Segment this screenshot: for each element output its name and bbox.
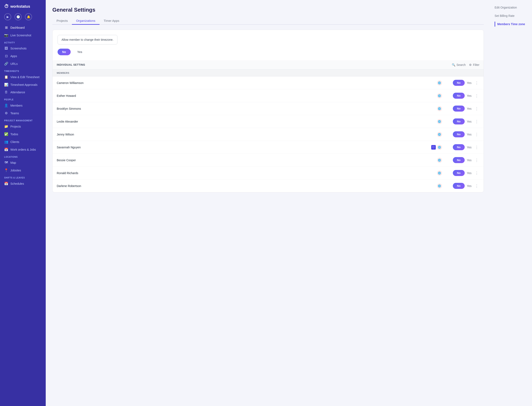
sidebar-item-urls[interactable]: 🔗 URLs [0,60,46,67]
logo-text: workstatus [10,4,30,9]
member-toggle: No Yes [453,157,472,163]
table-row: Bessie Cooper 🌐 No Yes ⋮ [53,154,484,167]
todos-icon: ✅ [4,132,8,136]
member-yes-label: Yes [467,120,472,123]
sidebar-item-label: View & Edit Timesheet [10,75,39,79]
sidebar-item-clients[interactable]: 👥 Clients [0,138,46,146]
more-options-button[interactable]: ⋮ [474,171,479,175]
clock-icon-btn[interactable]: 🕐 [15,13,22,20]
member-badges: 🌐 [437,106,442,111]
more-options-button[interactable]: ⋮ [474,184,479,188]
sidebar-item-label: Members [10,104,22,107]
sidebar-item-timesheet-approvals[interactable]: 📊 Timesheet Approvals [0,81,46,88]
sidebar-item-members[interactable]: 👤 Members [0,102,46,109]
member-toggle: No Yes [453,93,472,99]
member-yes-label: Yes [467,133,472,136]
members-list: Cameron Williamson 🌐 No Yes ⋮ Esther How… [53,76,484,192]
member-toggle: No Yes [453,144,472,150]
right-link-edit-org[interactable]: Edit Organization [495,5,528,10]
globe-badge: 🌐 [437,171,442,176]
sidebar-item-label: Screenshots [10,47,27,50]
teams-icon: ⚙ [4,111,8,115]
member-no-button[interactable]: No [453,144,465,150]
sidebar-item-jobsites[interactable]: 📍 Jobsites [0,167,46,174]
member-badges: 🌐 [437,132,442,137]
member-no-button[interactable]: No [453,131,465,137]
play-icon-btn[interactable]: ▶ [4,13,11,20]
sidebar-item-label: Jobsites [10,169,21,172]
globe-badge: 🌐 [437,132,442,137]
sidebar-item-label: Live Screenshot [10,34,31,37]
filter-button[interactable]: ⚙ Filter [469,63,479,66]
sidebar-item-todos[interactable]: ✅ Todos [0,130,46,138]
apps-icon: ⊡ [4,54,8,58]
table-row: Ronald Richards 🌐 No Yes ⋮ [53,167,484,180]
member-badges: 🌐 [437,93,442,98]
member-no-button[interactable]: No [453,170,465,176]
sidebar-item-label: Teams [10,112,19,115]
center-panel: General Settings Projects Organizations … [46,0,490,406]
tabs-row: Projects Organizations Timer Apps [52,17,484,25]
sidebar-item-attendance[interactable]: 🗓 Attendance [0,88,46,96]
member-yes-label: Yes [467,107,472,110]
bell-icon-btn[interactable]: 🔔 [25,13,32,20]
globe-badge: 🌐 [437,158,442,163]
filter-icon: ⚙ [469,63,472,66]
sidebar-item-label: Dashboard [10,26,25,29]
no-button[interactable]: No [58,49,71,55]
tab-organizations[interactable]: Organizations [72,17,100,25]
sidebar-item-dashboard[interactable]: ⊞ Dashboard [0,24,46,31]
sidebar-item-teams[interactable]: ⚙ Teams [0,109,46,117]
sidebar-item-label: Timesheet Approvals [10,83,37,87]
more-options-button[interactable]: ⋮ [474,132,479,137]
screenshots-icon: 🖼 [4,47,8,50]
logo[interactable]: ⏱ workstatus [0,0,46,12]
more-options-button[interactable]: ⋮ [474,145,479,150]
right-link-billing-rate[interactable]: Set Billing Rate [495,13,528,18]
schedules-icon: 📅 [4,181,8,186]
member-no-button[interactable]: No [453,183,465,189]
sidebar-item-map[interactable]: 🗺 Map [0,159,46,167]
sidebar-item-label: Clients [10,140,19,144]
more-options-button[interactable]: ⋮ [474,81,479,85]
sidebar-item-apps[interactable]: ⊡ Apps [0,52,46,60]
search-button[interactable]: 🔍 Search [452,63,466,66]
member-no-button[interactable]: No [453,80,465,86]
member-no-button[interactable]: No [453,93,465,99]
member-no-button[interactable]: No [453,157,465,163]
search-icon: 🔍 [452,63,455,66]
globe-badge: 🌐 [437,119,442,124]
sidebar-item-screenshots[interactable]: 🖼 Screenshots [0,45,46,52]
right-link-members-timezone[interactable]: Members Time zone [495,22,528,27]
sidebar-item-label: Projects [10,125,21,128]
sidebar-item-label: URLs [10,62,18,65]
quick-action-icons: ▶ 🕐 🔔 [0,12,46,24]
settings-card: Allow member to change their timezone. N… [52,30,484,192]
member-name: Brooklyn Simmons [57,107,435,110]
member-yes-label: Yes [467,159,472,162]
more-options-button[interactable]: ⋮ [474,119,479,124]
globe-badge: 🌐 [437,183,442,188]
more-options-button[interactable]: ⋮ [474,106,479,111]
member-no-button[interactable]: No [453,106,465,112]
more-options-button[interactable]: ⋮ [474,94,479,98]
member-badges: 🌐 [437,119,442,124]
member-toggle: No Yes [453,170,472,176]
tab-timer-apps[interactable]: Timer Apps [100,17,124,25]
table-row: Savannah Nguyen 🛡 🌐 No Yes ⋮ [53,141,484,154]
sidebar-item-view-edit-timesheet[interactable]: 📋 View & Edit Timesheet [0,73,46,81]
member-yes-label: Yes [467,81,472,85]
projects-icon: 📁 [4,124,8,128]
tab-projects[interactable]: Projects [52,17,72,25]
sidebar-item-projects[interactable]: 📁 Projects [0,123,46,130]
sidebar-item-work-orders-jobs[interactable]: 📅 Work orders & Jobs [0,146,46,153]
sidebar-item-schedules[interactable]: 📅 Schedules [0,180,46,188]
section-label-locations: Locations [0,153,46,159]
yes-button[interactable]: Yes [73,49,87,55]
clients-icon: 👥 [4,140,8,144]
member-no-button[interactable]: No [453,118,465,124]
member-badges: 🌐 [437,171,442,176]
globe-badge: 🌐 [437,145,442,150]
more-options-button[interactable]: ⋮ [474,158,479,162]
sidebar-item-live-screenshot[interactable]: 📷 Live Screenshot [0,31,46,39]
